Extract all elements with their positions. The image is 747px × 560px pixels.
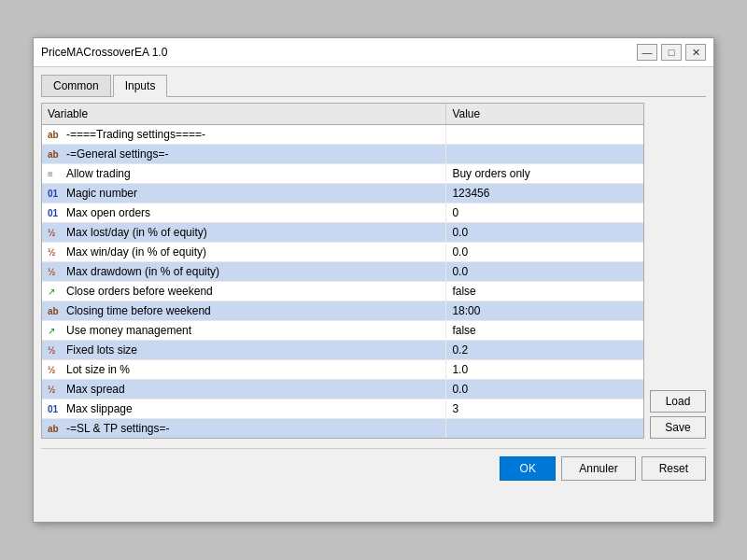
tab-inputs[interactable]: Inputs — [113, 75, 168, 97]
variable-cell: abClosing time before weekend — [42, 301, 446, 321]
reset-button[interactable]: Reset — [641, 456, 706, 481]
variable-label: Fixed lots size — [66, 343, 137, 357]
row-icon: ab — [48, 130, 63, 140]
value-cell: false — [446, 321, 643, 341]
close-button[interactable]: ✕ — [685, 44, 706, 61]
variable-cell: ↗Use money management — [42, 321, 446, 341]
tab-bar: Common Inputs — [41, 75, 706, 97]
variable-cell: ↗Close orders before weekend — [42, 282, 446, 301]
variable-label: Max win/day (in % of equity) — [66, 245, 206, 259]
save-button[interactable]: Save — [650, 416, 706, 439]
row-icon: ½ — [48, 267, 63, 277]
value-cell: false — [446, 282, 643, 301]
variable-label: Max slippage — [66, 402, 133, 415]
variable-cell: ab-====Trading settings====- — [42, 125, 446, 145]
table-row[interactable]: abClosing time before weekend18:00 — [42, 301, 643, 321]
variable-cell: ½Max drawdown (in % of equity) — [42, 262, 446, 282]
variable-cell: ½Max lost/day (in % of equity) — [42, 223, 446, 243]
variable-label: Close orders before weekend — [66, 285, 213, 298]
value-cell: Buy orders only — [446, 164, 643, 184]
table-row[interactable]: ½Max lost/day (in % of equity)0.0 — [42, 223, 643, 243]
row-icon: ½ — [48, 365, 63, 375]
table-row[interactable]: ½Lot size in %1.0 — [42, 360, 643, 380]
variable-cell: ½SL in pips, points… — [42, 439, 446, 440]
variable-label: -====Trading settings====- — [66, 128, 205, 141]
row-icon: ab — [48, 306, 63, 316]
main-area: Variable Value ab-====Trading settings==… — [41, 103, 706, 439]
table-row[interactable]: ↗Close orders before weekendfalse — [42, 282, 643, 301]
row-icon: ab — [48, 149, 63, 160]
value-cell: 0.0 — [446, 243, 643, 262]
variable-label: Lot size in % — [66, 363, 130, 376]
window-title: PriceMACrossoverEA 1.0 — [41, 46, 167, 59]
parameters-table-container[interactable]: Variable Value ab-====Trading settings==… — [41, 103, 644, 439]
value-cell: 3 — [446, 399, 643, 419]
table-row[interactable]: ↗Use money managementfalse — [42, 321, 643, 341]
variable-cell: ½Max win/day (in % of equity) — [42, 243, 446, 262]
title-bar: PriceMACrossoverEA 1.0 — □ ✕ — [34, 38, 713, 67]
tab-common[interactable]: Common — [41, 75, 111, 96]
variable-label: Max spread — [66, 383, 125, 396]
variable-label: Magic number — [66, 187, 137, 200]
row-icon: 01 — [48, 189, 63, 199]
variable-cell: ½Lot size in % — [42, 360, 446, 380]
variable-label: Max lost/day (in % of equity) — [66, 226, 207, 239]
table-row[interactable]: ab-=General settings=- — [42, 145, 643, 164]
window-content: Common Inputs Variable Value ab-====Trad… — [34, 67, 713, 488]
row-icon: ↗ — [48, 287, 63, 297]
row-icon: ≡ — [48, 169, 63, 179]
value-cell: 0.0 — [446, 223, 643, 243]
value-cell: 18:00 — [446, 301, 643, 321]
value-cell: 1.0 — [446, 360, 643, 380]
variable-cell: ab-=General settings=- — [42, 145, 446, 164]
value-cell: 0.2 — [446, 341, 643, 360]
col-value: Value — [446, 104, 643, 125]
variable-label: Closing time before weekend — [66, 304, 211, 317]
value-cell: 0 — [446, 203, 643, 223]
table-row[interactable]: ab-=SL & TP settings=- — [42, 419, 643, 439]
main-window: PriceMACrossoverEA 1.0 — □ ✕ Common Inpu… — [33, 37, 714, 523]
variable-label: -=SL & TP settings=- — [66, 422, 170, 435]
ok-button[interactable]: OK — [500, 456, 556, 481]
row-icon: ½ — [48, 247, 63, 258]
table-row[interactable]: ½Max drawdown (in % of equity)0.0 — [42, 262, 643, 282]
table-row[interactable]: 01Magic number123456 — [42, 184, 643, 203]
variable-label: Max open orders — [66, 206, 150, 219]
table-row[interactable]: 01Max slippage3 — [42, 399, 643, 419]
value-cell — [446, 125, 643, 145]
variable-cell: ½Fixed lots size — [42, 341, 446, 360]
window-controls: — □ ✕ — [637, 44, 706, 61]
load-button[interactable]: Load — [650, 390, 706, 413]
cancel-button[interactable]: Annuler — [561, 456, 635, 481]
variable-cell: ≡Allow trading — [42, 164, 446, 184]
table-row[interactable]: ½SL in pips, points…100.0 — [42, 439, 643, 440]
row-icon: ½ — [48, 228, 63, 238]
value-cell: 0.0 — [446, 262, 643, 282]
row-icon: ½ — [48, 385, 63, 395]
table-row[interactable]: 01Max open orders0 — [42, 203, 643, 223]
bottom-bar: OK Annuler Reset — [41, 448, 706, 481]
maximize-button[interactable]: □ — [661, 44, 682, 61]
variable-cell: ab-=SL & TP settings=- — [42, 419, 446, 439]
minimize-button[interactable]: — — [637, 44, 657, 61]
value-cell: 123456 — [446, 184, 643, 203]
row-icon: ½ — [48, 345, 63, 356]
table-row[interactable]: ½Max win/day (in % of equity)0.0 — [42, 243, 643, 262]
variable-cell: 01Max slippage — [42, 399, 446, 419]
variable-cell: ½Max spread — [42, 380, 446, 399]
variable-label: Max drawdown (in % of equity) — [66, 265, 219, 278]
row-icon: ab — [48, 424, 63, 434]
table-row[interactable]: ½Max spread0.0 — [42, 380, 643, 399]
table-row[interactable]: ≡Allow tradingBuy orders only — [42, 164, 643, 184]
table-row[interactable]: ab-====Trading settings====- — [42, 125, 643, 145]
row-icon: 01 — [48, 208, 63, 218]
parameters-table: Variable Value ab-====Trading settings==… — [42, 104, 643, 439]
row-icon: ↗ — [48, 326, 63, 336]
side-buttons: Load Save — [650, 103, 706, 439]
value-cell — [446, 419, 643, 439]
variable-label: Use money management — [66, 324, 191, 337]
value-cell: 100.0 — [446, 439, 643, 440]
col-variable: Variable — [42, 104, 446, 125]
table-row[interactable]: ½Fixed lots size0.2 — [42, 341, 643, 360]
row-icon: 01 — [48, 404, 63, 414]
